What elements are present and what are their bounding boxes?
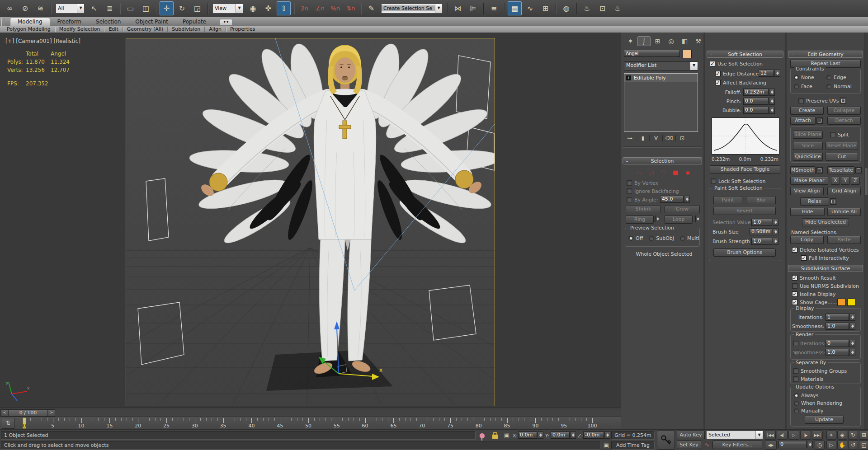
pin-icon[interactable]: [479, 433, 485, 439]
soft-selection-rollout-header[interactable]: -Soft Selection: [707, 51, 783, 58]
schematic-view-icon[interactable]: ⊞: [538, 1, 552, 15]
maximize-viewport-toggle-button[interactable]: ◱: [859, 441, 868, 450]
delete-isolated-vertices[interactable]: Delete Isolated Vertices: [792, 247, 859, 253]
modifier-list-dropdown[interactable]: Modifier List ▼: [624, 61, 698, 70]
timeline-tick-label[interactable]: 20: [135, 423, 141, 429]
smoothing-groups[interactable]: Smoothing Groups: [793, 368, 847, 374]
selection-lock-icon[interactable]: [492, 434, 498, 439]
select-and-move-icon[interactable]: ✛: [160, 1, 174, 15]
update-when-rendering[interactable]: When Rendering: [794, 400, 842, 406]
modifier-stack-item[interactable]: + Editable Poly: [624, 74, 698, 82]
preserve-uvs-checkbox[interactable]: [798, 98, 804, 103]
edge-distance-field[interactable]: 12: [759, 70, 774, 77]
constraint-face[interactable]: Face: [794, 83, 826, 89]
timeline-tick-label[interactable]: 60: [362, 423, 368, 429]
vertex-mode-icon[interactable]: ∴: [635, 169, 643, 176]
time-slider-handle[interactable]: 0 / 100: [8, 409, 48, 417]
ribbon-panel-align[interactable]: Align: [205, 26, 226, 32]
time-slider[interactable]: < 0 / 100 >: [0, 408, 621, 417]
preserve-uvs-settings-icon[interactable]: [840, 98, 846, 104]
update-button[interactable]: Update: [805, 416, 844, 424]
dropdown-arrow-icon[interactable]: ▼: [435, 4, 442, 13]
render-setup-icon[interactable]: ♨: [580, 1, 594, 15]
ribbon-panel-polygon-modeling[interactable]: Polygon Modeling: [3, 26, 55, 32]
timeline-tick-label[interactable]: 65: [390, 423, 396, 429]
ribbon-panel-properties[interactable]: Properties: [226, 26, 259, 32]
msmooth-button[interactable]: MSmooth: [790, 166, 816, 174]
render-smoothness-field[interactable]: 1.0: [826, 349, 849, 356]
pinch-spinner[interactable]: [769, 98, 775, 105]
affect-backfacing[interactable]: Affect Backfacing: [715, 80, 766, 86]
play-button[interactable]: ▷: [788, 431, 799, 440]
selection-rollout-header[interactable]: -Selection: [623, 157, 702, 164]
ribbon-tab-selection[interactable]: Selection: [89, 18, 128, 26]
set-key-big-button[interactable]: [657, 431, 675, 450]
zoom-region-button[interactable]: ▷: [826, 441, 836, 450]
blur-button[interactable]: Blur: [747, 196, 776, 204]
cage-selected-color-swatch[interactable]: [847, 299, 855, 306]
select-and-rotate-icon[interactable]: ↻: [175, 1, 189, 15]
panel-scrollbar[interactable]: [864, 33, 868, 429]
attach-settings-icon[interactable]: [816, 117, 823, 124]
timeline-tick-label[interactable]: 45: [277, 423, 283, 429]
loop-spinner[interactable]: [695, 216, 696, 222]
render-iterations-field[interactable]: 0: [826, 340, 849, 347]
paint-button[interactable]: Paint: [713, 196, 742, 204]
material-editor-icon[interactable]: ◍: [559, 1, 573, 15]
next-frame-arrow[interactable]: >: [47, 409, 55, 417]
reset-plane-button[interactable]: Reset Plane: [826, 142, 858, 150]
timeline-tick-label[interactable]: 75: [447, 423, 453, 429]
display-tab[interactable]: ◧: [678, 36, 691, 46]
pan-button[interactable]: ✋: [837, 441, 847, 450]
split-checkbox[interactable]: [830, 132, 835, 137]
unlink-selection-icon[interactable]: ⊘: [18, 1, 32, 15]
collapse-button[interactable]: Collapse: [827, 107, 861, 115]
layer-manager-icon[interactable]: ≡: [487, 1, 501, 15]
ribbon-tab-populate[interactable]: Populate: [175, 18, 213, 26]
render-iterations-checkbox[interactable]: [793, 341, 798, 346]
y-coordinate-spinner[interactable]: [570, 431, 576, 439]
spinner-snap-icon[interactable]: ⇅∩: [344, 1, 358, 15]
x-coordinate-spinner[interactable]: [538, 431, 543, 439]
selection-filter-dropdown[interactable]: All▼: [56, 4, 85, 14]
utilities-tab[interactable]: ⚒: [692, 36, 705, 46]
render-iterations-spinner[interactable]: [849, 340, 855, 347]
timeline-tick-label[interactable]: 100: [588, 423, 597, 429]
timeline-tick-label[interactable]: 90: [532, 423, 538, 429]
mini-window-icon[interactable]: ▣: [601, 441, 611, 450]
make-planar-button[interactable]: Make Planar: [790, 177, 828, 185]
ribbon-panel-edit[interactable]: Edit: [104, 26, 122, 32]
next-frame-button[interactable]: |▶: [800, 431, 811, 440]
new-key-curve-icon[interactable]: ∿: [702, 441, 712, 450]
align-icon[interactable]: ⊫: [466, 1, 480, 15]
select-and-link-icon[interactable]: ∞: [3, 1, 17, 15]
ribbon-panel-subdivision[interactable]: Subdivision: [168, 26, 204, 32]
modifier-stack[interactable]: + Editable Poly: [624, 73, 698, 132]
shrink-button[interactable]: Shrink: [626, 205, 661, 213]
absolute-offset-toggle-icon[interactable]: ▣: [502, 431, 512, 440]
select-object-icon[interactable]: ↖: [87, 1, 101, 15]
detach-button[interactable]: Detach: [827, 117, 861, 125]
display-iterations-spinner[interactable]: [849, 314, 855, 321]
smooth-result-checkbox[interactable]: [792, 275, 797, 281]
scrollbar-thumb[interactable]: [865, 168, 868, 195]
pin-stack-icon[interactable]: ⊶: [625, 135, 635, 142]
update-manually[interactable]: Manually: [794, 408, 842, 414]
motion-tab[interactable]: ◎: [665, 36, 678, 46]
timeline-tick-label[interactable]: 70: [419, 423, 425, 429]
edit-named-selection-sets-icon[interactable]: ✎: [364, 1, 378, 15]
dropdown-arrow-icon[interactable]: ▼: [690, 62, 698, 70]
timeline-tick-label[interactable]: 0: [23, 423, 26, 429]
key-filter-selected-dropdown[interactable]: Selected ▼: [706, 431, 763, 439]
lock-soft-selection-checkbox[interactable]: [711, 178, 716, 184]
render-production-icon[interactable]: ♨: [611, 1, 625, 15]
materials-checkbox[interactable]: [793, 376, 798, 382]
create-button[interactable]: Create: [790, 107, 824, 115]
full-interactivity-checkbox[interactable]: [801, 255, 807, 261]
render-smoothness-spinner[interactable]: [849, 349, 855, 356]
timeline-tick-label[interactable]: 80: [476, 423, 482, 429]
smoothing-groups-checkbox[interactable]: [793, 368, 798, 374]
view-align-button[interactable]: View Align: [790, 187, 824, 195]
split[interactable]: Split: [830, 131, 849, 138]
go-to-start-button[interactable]: |◀◀: [765, 431, 776, 440]
